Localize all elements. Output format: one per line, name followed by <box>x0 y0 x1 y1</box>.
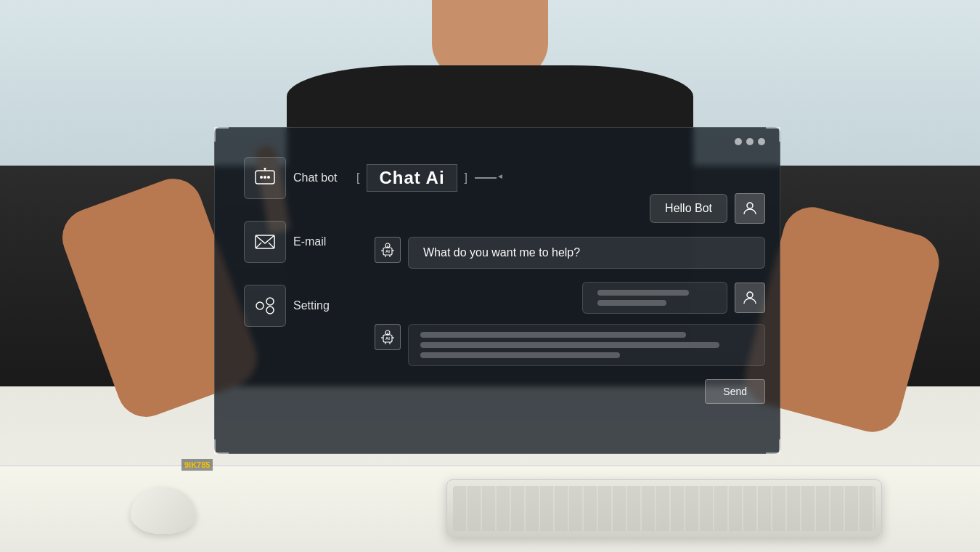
ai-placeholder-bubble <box>408 324 765 366</box>
send-row: Send <box>375 379 765 404</box>
ai-line-2 <box>420 342 719 348</box>
svg-point-12 <box>747 203 753 208</box>
sidebar-item-setting[interactable]: Setting <box>244 285 337 327</box>
svg-point-5 <box>264 168 266 170</box>
ai-line-3 <box>420 352 620 358</box>
svg-point-1 <box>260 176 263 179</box>
corner-decoration-tr <box>766 127 780 142</box>
message-ai-response-row: AI What do you want me to help? <box>375 237 765 269</box>
typing-bubble <box>582 282 727 314</box>
user-avatar-2 <box>735 283 765 313</box>
desk-surface <box>0 465 980 552</box>
computer-mouse <box>131 487 196 534</box>
ai-icon-bottom: AI <box>375 324 401 350</box>
typing-line-2 <box>597 300 666 306</box>
sidebar-item-email[interactable]: E-mail <box>244 221 337 263</box>
title-area: [ Chat Ai ] <box>356 164 497 192</box>
hud-title: Chat Ai <box>367 164 457 192</box>
svg-point-3 <box>267 176 270 179</box>
title-bracket-left: [ <box>356 171 359 184</box>
user-avatar <box>735 193 765 224</box>
keyboard <box>446 479 882 537</box>
message-ai-response-bubble: What do you want me to help? <box>408 237 765 269</box>
email-icon-box <box>244 221 286 263</box>
message-typing-row <box>375 282 765 314</box>
svg-point-11 <box>266 307 274 314</box>
chatbot-label: Chat bot <box>293 171 337 184</box>
svg-line-7 <box>256 243 261 248</box>
corner-decoration-br <box>766 439 780 454</box>
hud-panel: Chat bot E-mail <box>214 127 780 454</box>
svg-line-8 <box>269 243 274 248</box>
setting-label: Setting <box>293 299 330 312</box>
send-button[interactable]: Send <box>705 379 765 404</box>
title-arrow-decoration <box>475 177 497 179</box>
chatbot-icon-box <box>244 157 286 199</box>
message-hello-bot-bubble: Hello Bot <box>650 194 727 223</box>
svg-point-21 <box>747 292 753 298</box>
svg-point-9 <box>256 302 264 309</box>
corner-decoration-bl <box>214 439 229 454</box>
svg-point-2 <box>264 176 266 179</box>
sidebar-item-chatbot[interactable]: Chat bot <box>244 157 337 199</box>
title-bracket-right: ] <box>465 171 467 184</box>
ai-icon-top: AI <box>375 237 401 263</box>
ai-line-1 <box>420 332 686 338</box>
watermark: 9IK785 <box>181 459 213 471</box>
svg-point-10 <box>266 298 274 305</box>
message-hello-bot-row: Hello Bot <box>375 193 765 224</box>
svg-text:AI: AI <box>385 249 390 253</box>
corner-decoration-tl <box>214 127 229 142</box>
email-label: E-mail <box>293 235 326 248</box>
typing-line-1 <box>597 290 689 296</box>
setting-icon-box <box>244 285 286 327</box>
message-ai-bottom-row: AI <box>375 324 765 366</box>
sidebar: Chat bot E-mail <box>244 157 337 327</box>
svg-text:AI: AI <box>385 336 390 341</box>
